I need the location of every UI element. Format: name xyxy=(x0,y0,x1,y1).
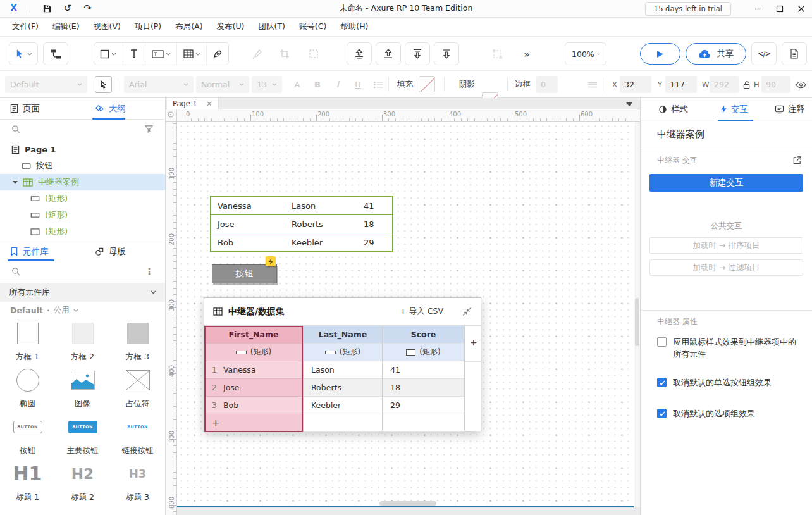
widget-box3[interactable]: 方框 3 xyxy=(110,321,165,368)
data-cell[interactable]: 2Jose xyxy=(204,379,303,397)
inspect-code-button[interactable]: </> xyxy=(751,42,777,65)
tree-item-repeater[interactable]: 中继器案例 xyxy=(0,174,165,190)
tree-item-rect[interactable]: (矩形) xyxy=(0,223,165,240)
add-column-button[interactable]: + xyxy=(465,337,482,347)
visibility-toggle[interactable] xyxy=(794,76,807,93)
filter-icon[interactable] xyxy=(144,125,154,133)
data-cell[interactable]: 18 xyxy=(383,379,464,397)
tree-item-rect[interactable]: (矩形) xyxy=(0,190,165,207)
close-tab-icon[interactable]: × xyxy=(206,99,212,108)
column-widget-cell[interactable]: (矩形) xyxy=(383,344,464,361)
tree-item-page[interactable]: Page 1 xyxy=(0,141,165,158)
interaction-badge[interactable] xyxy=(266,256,276,266)
text-tool-button[interactable] xyxy=(123,43,146,65)
widget-h1[interactable]: H1 标题 1 xyxy=(0,461,55,508)
menu-file[interactable]: 文件(F) xyxy=(5,18,46,35)
canvas-tab-page1[interactable]: Page 1 × xyxy=(167,98,219,109)
trial-badge[interactable]: 15 days left in trial xyxy=(645,2,731,16)
toolbar-more-button[interactable]: » xyxy=(517,42,536,65)
menu-edit[interactable]: 编辑(E) xyxy=(46,18,87,35)
maximize-button[interactable] xyxy=(769,1,790,17)
tab-style[interactable]: 样式 xyxy=(658,98,688,121)
menu-publish[interactable]: 发布(U) xyxy=(210,18,252,35)
bring-to-front-button[interactable] xyxy=(347,42,372,65)
checkbox-checked-icon[interactable] xyxy=(657,409,667,418)
save-icon[interactable] xyxy=(42,4,52,13)
widget-box1[interactable]: 方框 1 xyxy=(0,321,55,368)
horizontal-scrollbar-thumb[interactable] xyxy=(379,501,436,506)
vertical-scrollbar[interactable] xyxy=(634,122,640,507)
import-csv-button[interactable]: + 导入 CSV xyxy=(400,306,443,317)
preview-button[interactable] xyxy=(640,43,680,65)
menu-arrange[interactable]: 布局(A) xyxy=(168,18,209,35)
data-cell[interactable]: 3Bob xyxy=(204,397,303,414)
widget-h3[interactable]: H3 标题 3 xyxy=(110,461,165,508)
menu-view[interactable]: 视图(V) xyxy=(87,18,128,35)
menu-help[interactable]: 帮助(H) xyxy=(333,18,375,35)
undo-icon[interactable]: ↺ xyxy=(64,4,72,13)
tab-notes[interactable]: 注释 xyxy=(775,98,805,121)
send-to-back-button[interactable] xyxy=(434,42,459,65)
tab-list-caret-icon[interactable] xyxy=(626,102,632,106)
open-external-icon[interactable] xyxy=(792,156,802,165)
table-tool-button[interactable] xyxy=(177,43,207,65)
column-header[interactable]: Score xyxy=(383,326,464,344)
data-cell[interactable]: 29 xyxy=(383,397,464,414)
y-input[interactable]: 117 xyxy=(665,76,697,93)
tree-item-button[interactable]: 按钮 xyxy=(0,158,165,174)
column-widget-cell[interactable]: (矩形) xyxy=(304,344,382,361)
document-button[interactable] xyxy=(782,42,807,65)
data-cell[interactable]: Keebler xyxy=(304,397,382,414)
column-widget-cell[interactable]: (矩形) xyxy=(204,344,303,361)
style-picker-button[interactable] xyxy=(95,76,112,93)
tab-widget-library[interactable]: 元件库 xyxy=(10,242,49,261)
data-cell[interactable]: 1Vanessa xyxy=(204,361,303,379)
tree-item-rect[interactable]: (矩形) xyxy=(0,207,165,223)
library-filter-select[interactable]: 所有元件库 xyxy=(0,283,165,302)
zoom-select[interactable]: 100% xyxy=(565,42,606,65)
menu-account[interactable]: 账号(C) xyxy=(292,18,333,35)
tab-pages[interactable]: 页面 xyxy=(10,98,40,119)
text-field-tool-button[interactable] xyxy=(145,43,177,65)
menu-team[interactable]: 团队(T) xyxy=(251,18,292,35)
repeater-row[interactable]: Vanessa Lason 41 xyxy=(210,196,393,215)
checkbox-checked-icon[interactable] xyxy=(657,378,667,387)
search-icon[interactable] xyxy=(11,125,20,133)
data-cell[interactable]: Roberts xyxy=(304,379,382,397)
kebab-menu-icon[interactable]: ⋮ xyxy=(145,266,154,276)
connector-tool-button[interactable] xyxy=(43,42,68,65)
data-cell[interactable]: 41 xyxy=(383,361,464,379)
bring-forward-button[interactable] xyxy=(376,42,401,65)
search-icon[interactable] xyxy=(11,267,20,276)
widget-placeholder[interactable]: 占位符 xyxy=(110,368,165,414)
new-interaction-button[interactable]: 新建交互 xyxy=(649,174,803,192)
repeater-row[interactable]: Bob Keebler 29 xyxy=(210,233,393,252)
menu-project[interactable]: 项目(P) xyxy=(128,18,168,35)
vertical-scrollbar-thumb[interactable] xyxy=(635,298,639,346)
column-header[interactable]: Last_Name xyxy=(304,326,382,344)
checkbox-unchecked-icon[interactable] xyxy=(657,337,667,347)
library-group-header[interactable]: Default · 公用 xyxy=(0,302,165,318)
share-button[interactable]: 共享 xyxy=(686,43,746,65)
tab-outline[interactable]: 大纲 xyxy=(95,98,126,119)
data-cell[interactable]: Lason xyxy=(304,361,382,379)
widget-button[interactable]: BUTTON 按钮 xyxy=(0,414,55,461)
onload-sort-button[interactable]: 加载时 → 排序项目 xyxy=(649,237,803,254)
tab-masters[interactable]: 母版 xyxy=(95,242,126,261)
select-tool-button[interactable] xyxy=(9,42,38,65)
checkbox-radio-group[interactable]: 取消默认的单选按钮组效果 xyxy=(641,373,812,395)
x-input[interactable]: 32 xyxy=(620,76,651,93)
redo-icon[interactable]: ↷ xyxy=(83,4,92,13)
canvas-viewport[interactable]: Vanessa Lason 41 Jose Roberts 18 Bob Kee… xyxy=(177,122,634,507)
minimize-button[interactable] xyxy=(747,1,769,17)
collapse-panel-icon[interactable] xyxy=(462,307,472,316)
expand-caret-icon[interactable] xyxy=(13,181,18,184)
add-row-button[interactable]: + xyxy=(204,414,303,432)
widget-h2[interactable]: H2 标题 2 xyxy=(55,461,110,508)
widget-primary-button[interactable]: BUTTON 主要按钮 xyxy=(55,414,110,461)
close-button[interactable] xyxy=(790,1,812,17)
widget-ellipse[interactable]: 椭圆 xyxy=(0,368,55,414)
canvas-button-widget[interactable]: 按钮 xyxy=(212,264,277,283)
repeater-row[interactable]: Jose Roberts 18 xyxy=(210,214,393,233)
checkbox-selection-group[interactable]: 取消默认的选项组效果 xyxy=(641,404,812,426)
